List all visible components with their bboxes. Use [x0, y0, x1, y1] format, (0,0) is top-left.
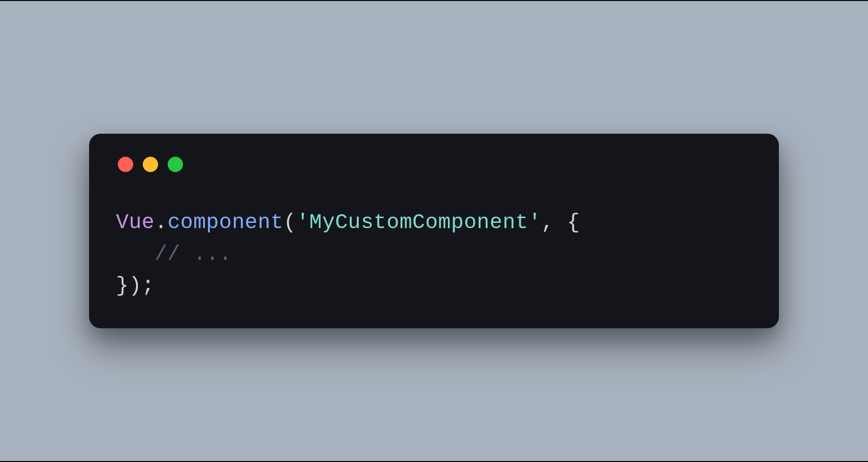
- token-comma: ,: [541, 210, 567, 234]
- token-open-brace: {: [567, 210, 580, 234]
- code-content: Vue.component('MyCustomComponent', { // …: [116, 207, 752, 301]
- token-close-brace: }: [116, 274, 129, 298]
- token-dot: .: [155, 210, 168, 234]
- traffic-lights: [116, 157, 752, 172]
- token-class-vue: Vue: [116, 210, 155, 234]
- token-indent: [116, 242, 155, 266]
- token-method-component: component: [168, 210, 284, 234]
- minimize-button[interactable]: [143, 157, 158, 172]
- code-window: Vue.component('MyCustomComponent', { // …: [89, 134, 779, 328]
- token-string-component-name: 'MyCustomComponent': [297, 210, 541, 234]
- maximize-button[interactable]: [168, 157, 183, 172]
- close-button[interactable]: [118, 157, 133, 172]
- token-semicolon: ;: [142, 274, 155, 298]
- token-close-paren: ): [129, 274, 142, 298]
- token-open-paren: (: [284, 210, 297, 234]
- token-comment: // ...: [155, 242, 232, 266]
